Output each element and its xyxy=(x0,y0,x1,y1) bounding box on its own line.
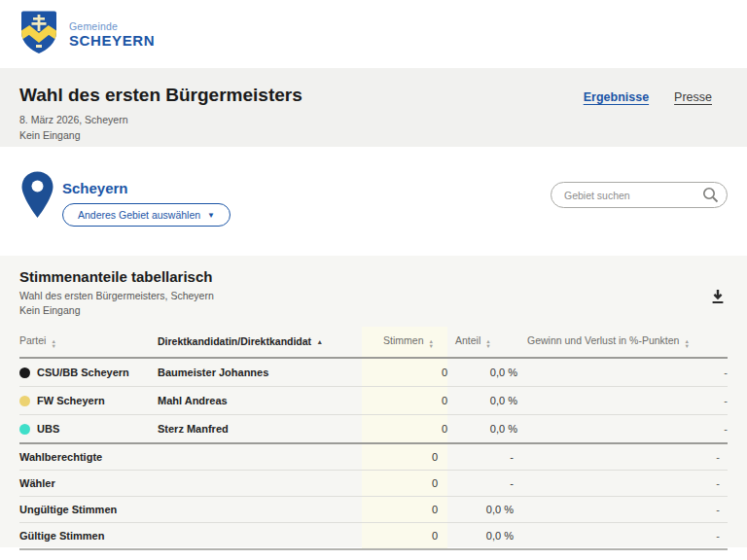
area-search-input[interactable] xyxy=(551,182,728,208)
brand-org: Gemeinde xyxy=(69,20,155,32)
col-header-stimmen[interactable]: Stimmen▲▼ xyxy=(362,327,447,358)
col-header-kandidat[interactable]: Direktkandidatin/Direktkandidat▲ xyxy=(158,327,362,358)
area-section: Scheyern Anderes Gebiet auswählen ▼ xyxy=(0,147,747,256)
selected-area-name: Scheyern xyxy=(62,180,231,196)
sort-icon: ▲▼ xyxy=(485,339,490,348)
party-color-dot xyxy=(19,396,30,406)
table-row-wahlberechtigte: Wahlberechtigte 0 - - xyxy=(19,443,728,471)
election-date: 8. März 2026, Scheyern xyxy=(19,113,302,128)
vote-share-card: Stimmenanteile tabellarisch Wahl des ers… xyxy=(0,256,747,547)
brand-name: SCHEYERN xyxy=(69,32,155,49)
page-title: Wahl des ersten Bürgermeisters xyxy=(19,85,302,106)
sort-icon: ▲▼ xyxy=(684,339,689,348)
table-row-csu: CSU/BB Scheyern Baumeister Johannes 0 0,… xyxy=(19,358,728,387)
results-table: Partei▲▼ Direktkandidatin/Direktkandidat… xyxy=(19,327,728,550)
table-row-ubs: UBS Sterz Manfred 0 0,0 % - xyxy=(19,415,728,444)
election-title-band: Wahl des ersten Bürgermeisters 8. März 2… xyxy=(0,68,747,147)
table-row-fw: FW Scheyern Mahl Andreas 0 0,0 % - xyxy=(19,387,728,415)
download-icon xyxy=(710,294,726,308)
col-header-gewinn-verlust[interactable]: Gewinn und Verlust in %-Punkten▲▼ xyxy=(517,327,728,358)
card-subtitle: Wahl des ersten Bürgermeisters, Scheyern xyxy=(19,289,728,303)
change-area-button[interactable]: Anderes Gebiet auswählen ▼ xyxy=(62,203,231,227)
party-color-dot xyxy=(19,368,30,378)
card-status: Kein Eingang xyxy=(19,303,728,318)
sort-icon: ▲▼ xyxy=(429,339,434,348)
col-header-partei[interactable]: Partei▲▼ xyxy=(19,327,158,358)
sort-ascending-icon: ▲ xyxy=(316,338,323,345)
brand-header: Gemeinde SCHEYERN xyxy=(0,0,747,68)
sort-icon: ▲▼ xyxy=(51,339,55,348)
logo[interactable]: Gemeinde SCHEYERN xyxy=(19,10,155,59)
results-press-nav: Ergebnisse Presse xyxy=(584,90,728,104)
nav-link-ergebnisse[interactable]: Ergebnisse xyxy=(584,90,649,104)
table-row-waehler: Wähler 0 - - xyxy=(19,471,728,497)
map-pin-icon xyxy=(19,170,55,225)
chevron-down-icon: ▼ xyxy=(207,211,215,220)
table-row-gueltige: Gültige Stimmen 0 0,0 % - xyxy=(19,523,728,550)
nav-link-presse[interactable]: Presse xyxy=(674,90,712,104)
report-status: Kein Eingang xyxy=(19,128,302,144)
download-button[interactable] xyxy=(708,287,728,310)
col-header-anteil[interactable]: Anteil▲▼ xyxy=(447,327,517,358)
party-color-dot xyxy=(19,424,30,435)
search-icon[interactable] xyxy=(702,187,719,207)
coat-of-arms-icon xyxy=(19,10,58,59)
table-row-ungueltige: Ungültige Stimmen 0 0,0 % - xyxy=(19,497,728,523)
table-header-row: Partei▲▼ Direktkandidatin/Direktkandidat… xyxy=(19,327,728,358)
card-title: Stimmenanteile tabellarisch xyxy=(19,268,728,285)
